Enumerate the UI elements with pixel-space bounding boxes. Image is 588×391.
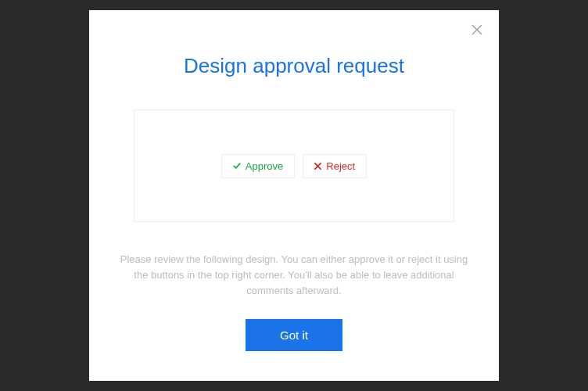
close-icon (471, 24, 482, 38)
approve-button[interactable]: Approve (221, 154, 295, 178)
design-preview-box: Approve Reject (134, 109, 454, 222)
approve-button-label: Approve (246, 160, 283, 172)
x-icon (314, 163, 321, 170)
check-icon (233, 162, 241, 170)
modal-description: Please review the following design. You … (114, 252, 474, 299)
modal-title: Design approval request (184, 54, 404, 78)
reject-button-label: Reject (326, 160, 355, 172)
got-it-button[interactable]: Got it (246, 319, 342, 351)
reject-button[interactable]: Reject (303, 154, 367, 178)
close-button[interactable] (468, 21, 486, 40)
approval-request-modal: Design approval request Approve Reject P… (89, 10, 499, 381)
